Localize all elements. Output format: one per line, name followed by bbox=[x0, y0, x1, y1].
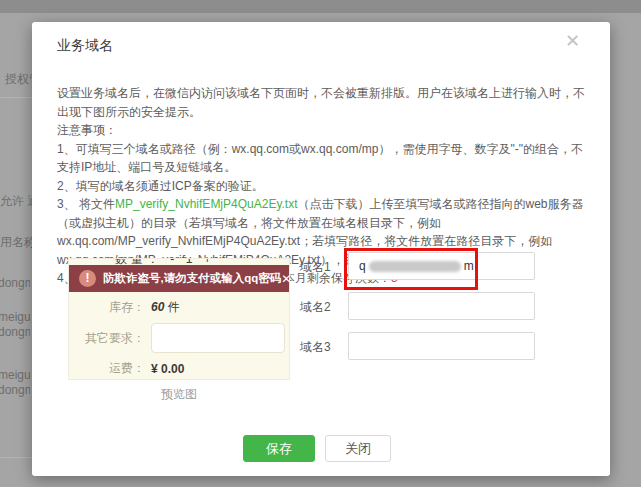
domain1-value-start: q bbox=[359, 259, 366, 273]
shipping-label: 运费： bbox=[69, 360, 145, 377]
domain1-input[interactable]: qm bbox=[348, 252, 535, 280]
domain2-input[interactable] bbox=[348, 292, 535, 320]
background-account-fragment: meigua bbox=[0, 310, 30, 324]
notes-heading: 注意事项： bbox=[57, 121, 585, 140]
background-account-fragment: dongmin bbox=[0, 276, 30, 290]
domain3-label: 域名3 bbox=[300, 339, 331, 356]
close-icon[interactable]: ✕ bbox=[565, 32, 580, 50]
banner-close-icon: ✕ bbox=[281, 272, 290, 286]
stock-value: 60 件 bbox=[151, 299, 180, 316]
background-account-fragment: dongmin bbox=[0, 325, 30, 339]
dialog-title: 业务域名 bbox=[57, 37, 113, 55]
domain1-value-end: m bbox=[464, 259, 474, 273]
note-3-prefix: 3、 将文件 bbox=[57, 197, 115, 211]
intro-text: 设置业务域名后，在微信内访问该域名下页面时，不会被重新排版。用户在该域名上进行输… bbox=[57, 84, 585, 121]
background-header-strip bbox=[0, 0, 641, 13]
fraud-warning-text: 防欺诈盗号,请勿支付或输入qq密码 bbox=[103, 271, 281, 286]
exclamation-icon: ! bbox=[79, 270, 96, 287]
shipping-row: 运费： ¥ 0.00 bbox=[69, 360, 289, 377]
other-requirements-row: 其它要求： bbox=[69, 323, 289, 353]
fraud-warning-banner: ! 防欺诈盗号,请勿支付或输入qq密码 ✕ bbox=[69, 265, 289, 292]
stock-row: 库存： 60 件 bbox=[69, 299, 289, 316]
background-divider bbox=[0, 457, 32, 458]
security-warning-preview: 数量： - 1 + ! 防欺诈盗号,请勿支付或输入qq密码 ✕ 库存： 60 件… bbox=[68, 258, 290, 380]
other-requirements-input bbox=[151, 323, 285, 353]
stock-label: 库存： bbox=[69, 299, 145, 316]
business-domain-dialog: 业务域名 ✕ 设置业务域名后，在微信内访问该域名下页面时，不会被重新排版。用户在… bbox=[32, 22, 610, 476]
domain1-label: 域名1 bbox=[300, 259, 331, 276]
preview-caption: 预览图 bbox=[68, 386, 290, 403]
domain3-input[interactable] bbox=[348, 332, 535, 360]
background-divider bbox=[0, 97, 32, 98]
screen: 授权管 允许 通过 用名称作 dongmin meigua dongmin me… bbox=[0, 0, 641, 487]
redacted-domain-blur bbox=[369, 261, 461, 272]
save-button[interactable]: 保存 bbox=[243, 435, 315, 462]
background-account-fragment: dongmin bbox=[0, 383, 30, 397]
shipping-value: ¥ 0.00 bbox=[151, 362, 184, 376]
background-account-fragment: meigua bbox=[0, 368, 30, 382]
note-1: 1、可填写三个域名或路径（例：wx.qq.com或wx.qq.com/mp），需… bbox=[57, 140, 585, 177]
background-text-fragment: 允许 通过 bbox=[0, 193, 32, 210]
other-requirements-label: 其它要求： bbox=[69, 330, 145, 347]
background-text-fragment: 用名称作 bbox=[0, 234, 32, 251]
verify-file-link[interactable]: MP_verify_NvhifEMjP4QuA2Ey.txt bbox=[115, 197, 298, 211]
close-button[interactable]: 关闭 bbox=[325, 435, 391, 462]
note-2: 2、填写的域名须通过ICP备案的验证。 bbox=[57, 177, 585, 196]
domain2-label: 域名2 bbox=[300, 299, 331, 316]
